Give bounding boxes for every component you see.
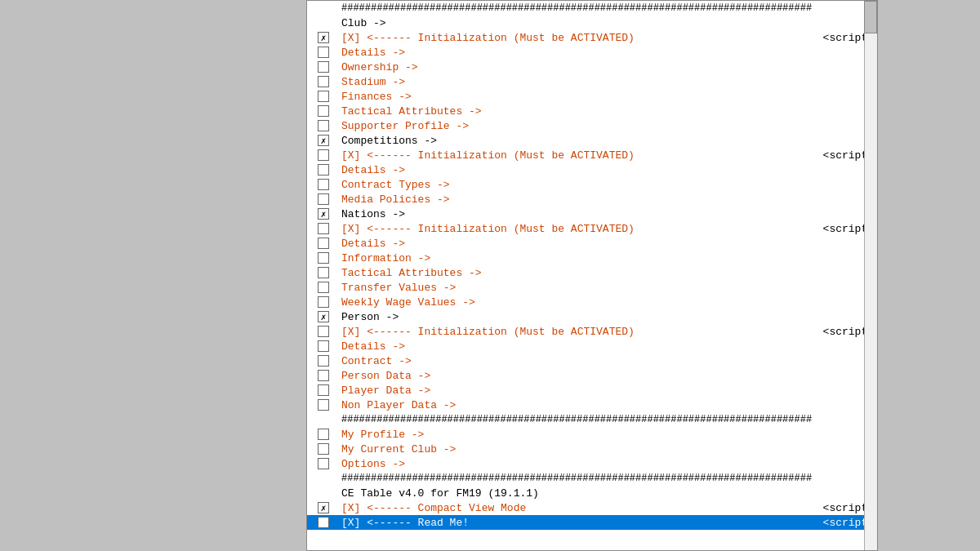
checkbox-checked[interactable]: ✗ [318,32,329,43]
row-text: CE Table v4.0 for FM19 (19.1.1) [340,487,877,500]
row-text: Non Player Data -> [340,399,877,411]
row-text: Person Data -> [340,370,877,382]
content-area: ########################################… [307,1,877,550]
checkbox-checked[interactable]: ✗ [318,208,329,220]
checkbox-empty[interactable] [318,164,329,176]
checkbox-empty[interactable] [318,193,329,205]
checkbox-empty[interactable] [318,384,329,396]
checkbox-checked[interactable]: ✗ [318,502,329,513]
row-text: Club -> [340,17,877,29]
checkbox-empty[interactable] [318,179,329,190]
list-item[interactable]: Weekly Wage Values -> [307,295,877,309]
list-item[interactable]: ✗Competitions -> [307,133,877,148]
list-item[interactable]: Information -> [307,251,877,265]
checkbox-col [307,517,340,528]
checkbox-col [307,76,340,87]
list-item[interactable]: Tactical Attributes -> [307,104,877,118]
list-item[interactable]: ########################################… [307,1,877,16]
row-content: Contract Types -> [340,179,877,191]
list-item[interactable]: ########################################… [307,412,877,427]
checkbox-empty[interactable] [318,326,329,337]
checkbox-empty[interactable] [318,458,329,469]
checkbox-col [307,370,340,381]
list-item[interactable]: Stadium -> [307,74,877,89]
checkbox-col [307,61,340,73]
checkbox-col: ✗ [307,502,340,513]
checkbox-col: ✗ [307,32,340,43]
list-item[interactable]: ✗[X] <------ Initialization (Must be ACT… [307,30,877,45]
list-item[interactable]: Options -> [307,456,877,471]
checkbox-empty[interactable] [318,149,329,161]
checkbox-empty[interactable] [318,61,329,73]
scrollbar-thumb[interactable] [864,1,877,33]
list-item[interactable]: Details -> [307,339,877,353]
checkbox-empty[interactable] [318,399,329,411]
row-text: ########################################… [340,414,877,425]
list-item[interactable]: ########################################… [307,471,877,486]
checkbox-empty[interactable] [318,370,329,381]
list-item[interactable]: Finances -> [307,89,877,104]
row-content: Non Player Data -> [340,399,877,411]
row-text: Competitions -> [340,135,877,147]
list-item[interactable]: ✗Person -> [307,309,877,324]
row-text: ########################################… [340,2,877,14]
list-item[interactable]: CE Table v4.0 for FM19 (19.1.1) [307,486,877,500]
checkbox-empty[interactable] [318,355,329,367]
list-item[interactable]: Media Policies -> [307,192,877,207]
checkbox-empty[interactable] [318,267,329,278]
checkbox-checked[interactable]: ✗ [318,311,329,322]
checkbox-empty[interactable] [318,105,329,117]
list-item[interactable]: Contract -> [307,353,877,368]
list-item[interactable]: Person Data -> [307,368,877,383]
row-text: [X] <------ Compact View Mode [340,502,823,514]
checkbox-col [307,267,340,278]
list-item[interactable]: Club -> [307,16,877,30]
row-content: [X] <------ Compact View Mode<script> [340,502,877,514]
list-item[interactable]: ✗[X] <------ Compact View Mode<script> [307,500,877,515]
list-item[interactable]: [X] <------ Read Me!<script> [307,515,877,530]
row-text: Player Data -> [340,384,877,397]
scroll-container[interactable]: ########################################… [307,1,877,550]
scrollbar-track[interactable] [864,1,877,550]
checkbox-checked[interactable]: ✗ [318,135,329,146]
checkbox-empty[interactable] [318,429,329,440]
list-item[interactable]: My Profile -> [307,427,877,442]
list-item[interactable]: Contract Types -> [307,177,877,192]
list-item[interactable]: Ownership -> [307,60,877,74]
list-item[interactable]: Details -> [307,45,877,60]
list-item[interactable]: [X] <------ Initialization (Must be ACTI… [307,221,877,236]
row-content: [X] <------ Initialization (Must be ACTI… [340,326,877,338]
checkbox-empty[interactable] [318,120,329,131]
checkbox-empty[interactable] [318,238,329,249]
checkbox-empty[interactable] [318,252,329,264]
row-text: Options -> [340,458,877,470]
list-item[interactable]: Details -> [307,236,877,251]
checkbox-empty[interactable] [318,296,329,308]
row-content: Options -> [340,458,877,470]
checkbox-empty[interactable] [318,340,329,352]
row-content: Information -> [340,252,877,264]
list-item[interactable]: [X] <------ Initialization (Must be ACTI… [307,324,877,339]
checkbox-col [307,384,340,396]
checkbox-col: ✗ [307,311,340,322]
list-item[interactable]: My Current Club -> [307,442,877,456]
row-text: Details -> [340,47,877,59]
list-item[interactable]: Tactical Attributes -> [307,265,877,280]
list-item[interactable]: Transfer Values -> [307,280,877,295]
list-item[interactable]: ✗Nations -> [307,207,877,221]
checkbox-col [307,429,340,440]
list-item[interactable]: Details -> [307,162,877,177]
checkbox-empty[interactable] [318,47,329,58]
list-item[interactable]: [X] <------ Initialization (Must be ACTI… [307,148,877,162]
checkbox-empty[interactable] [318,223,329,234]
checkbox-empty[interactable] [318,282,329,293]
checkbox-col [307,296,340,308]
list-item[interactable]: Player Data -> [307,383,877,398]
checkbox-empty[interactable] [318,91,329,102]
checkbox-empty[interactable] [318,443,329,455]
checkbox-empty[interactable] [318,517,329,528]
checkbox-empty[interactable] [318,76,329,87]
list-item[interactable]: Non Player Data -> [307,398,877,412]
checkbox-col [307,223,340,234]
list-item[interactable]: Supporter Profile -> [307,118,877,133]
